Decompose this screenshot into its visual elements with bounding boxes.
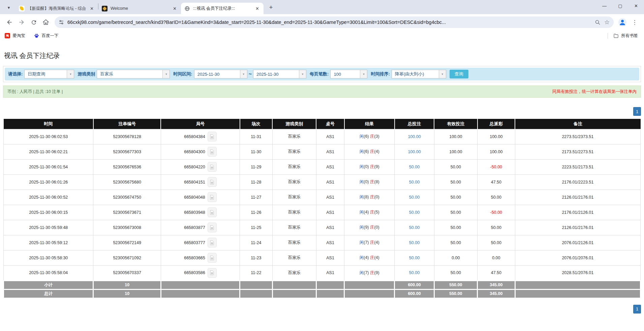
taobao-icon: 淘 [5, 33, 10, 38]
page-1-button[interactable]: 1 [633, 305, 641, 313]
bookmark-star-icon[interactable]: ☆ [602, 18, 612, 27]
banker-result: 庄 [370, 225, 374, 230]
payout: 50.00 [478, 220, 515, 235]
video-replay-button[interactable] [208, 192, 217, 202]
total-bet-link[interactable]: 100.00 [408, 134, 421, 139]
browser-menu-icon[interactable]: ⋮ [629, 17, 640, 28]
column-header: 总投注 [395, 119, 434, 129]
balance-note: 2173.51/2273.51 [515, 144, 640, 159]
bet-table-body: 2025-11-30 06:02:53 523005678128 6658043… [4, 129, 641, 280]
session-number: 11-23 [240, 250, 272, 265]
home-icon[interactable] [40, 17, 51, 28]
summary-valid-bet: 550.00 [434, 289, 478, 298]
tab-close-icon[interactable]: ✕ [254, 6, 260, 11]
date-start-dropdown[interactable]: 2025-11-30 ▼ [194, 70, 247, 78]
total-bet-link[interactable]: 50.00 [409, 256, 420, 260]
video-replay-button[interactable] [208, 223, 217, 232]
total-bet-link[interactable]: 50.00 [409, 240, 420, 245]
video-replay-button[interactable] [208, 132, 217, 141]
round-number: 665803586 [184, 270, 205, 275]
search-button[interactable]: 查询 [450, 70, 468, 78]
total-bet-link[interactable]: 100.00 [408, 150, 421, 154]
chevron-down-icon[interactable]: ▼ [360, 70, 367, 78]
summary-empty-cell [515, 280, 640, 289]
column-header: 时间 [4, 119, 93, 129]
new-tab-button[interactable]: + [266, 3, 276, 12]
round-cell: 665803877 [161, 220, 240, 235]
url-text[interactable]: 66cxkj98.com/game/betrecord_search/kind3… [67, 20, 593, 25]
total-bet-link[interactable]: 50.00 [409, 210, 420, 215]
video-replay-button[interactable] [208, 147, 217, 157]
chevron-down-icon[interactable]: ▼ [240, 70, 247, 78]
all-bookmarks-button[interactable]: 所有书签 [613, 33, 638, 39]
column-header: 游戏类别 [272, 119, 316, 129]
bookmark-baidu[interactable]: 百度一下 [34, 33, 59, 39]
total-bet-link[interactable]: 50.00 [409, 270, 420, 275]
video-replay-button[interactable] [208, 207, 217, 217]
tab-close-icon[interactable]: ✕ [172, 6, 178, 11]
summary-count: 10 [93, 289, 161, 298]
per-page-dropdown[interactable]: 100 ▼ [330, 70, 367, 78]
forward-icon[interactable] [16, 17, 27, 28]
bet-number: 523005677303 [93, 144, 161, 159]
table-number: AS1 [316, 144, 344, 159]
page-content: 视讯 会员下注纪录 请选择: 日期查询 ▼ 游戏类别 百家乐 ▼ 时间区间: 2… [0, 51, 644, 313]
table-row: 2025-11-30 05:58:30 523005671092 6658036… [4, 250, 641, 265]
table-row: 2025-11-30 05:58:04 523005670337 6658035… [4, 265, 641, 280]
url-bar[interactable]: 66cxkj98.com/game/betrecord_search/kind3… [55, 16, 614, 28]
video-replay-button[interactable] [208, 162, 217, 172]
bookmark-aitaobao[interactable]: 淘 爱淘宝 [5, 33, 25, 39]
video-replay-button[interactable] [208, 177, 217, 187]
site-settings-icon[interactable] [59, 20, 64, 25]
chevron-down-icon[interactable]: ▼ [162, 70, 170, 78]
date-end-dropdown[interactable]: 2025-11-30 ▼ [253, 70, 306, 78]
chevron-down-icon[interactable]: ▼ [439, 70, 446, 78]
column-header: 桌号 [316, 119, 344, 129]
session-number: 11-22 [240, 265, 272, 280]
payout: 50.00 [478, 235, 515, 250]
bet-time: 2025-11-30 06:00:52 [4, 190, 93, 205]
reload-icon[interactable] [28, 17, 39, 28]
bookmarks-bar: 淘 爱淘宝 百度一下 所有书签 [0, 30, 644, 41]
video-replay-button[interactable] [208, 238, 217, 247]
game-type-dropdown[interactable]: 百家乐 ▼ [97, 70, 170, 78]
tab-close-icon[interactable]: ✕ [89, 6, 95, 11]
tab2-favicon [102, 6, 108, 11]
video-replay-button[interactable] [208, 253, 217, 263]
valid-bet: 50.00 [434, 235, 478, 250]
total-bet-link[interactable]: 50.00 [409, 165, 420, 169]
pagination-top: 1 [3, 107, 641, 116]
page-1-button[interactable]: 1 [633, 107, 641, 116]
round-number: 665804048 [184, 195, 205, 200]
maximize-button[interactable]: ▢ [612, 0, 628, 11]
zoom-page-icon[interactable] [593, 18, 602, 27]
valid-bet: 50.00 [434, 174, 478, 190]
bookmark-label: 爱淘宝 [12, 33, 25, 39]
total-bet-link[interactable]: 50.00 [409, 195, 420, 200]
chevron-down-icon[interactable]: ▼ [67, 70, 74, 78]
browser-tab-2[interactable]: Welcome ✕ [98, 3, 181, 14]
sort-dropdown[interactable]: 降幂(由大到小) ▼ [392, 70, 446, 78]
round-cell: 665803586 [161, 265, 240, 280]
chevron-down-icon[interactable]: ▼ [299, 70, 306, 78]
total-bet-link[interactable]: 50.00 [409, 225, 420, 230]
valid-bet: 50.00 [434, 205, 478, 220]
profile-avatar[interactable] [617, 17, 628, 28]
browser-tab-1[interactable]: 【新提醒】海燕策略论坛 - 综合 ✕ [16, 3, 98, 14]
result-cell: 闲(7) 庄(9) [344, 265, 395, 280]
summary-total-bet: 600.00 [395, 280, 434, 289]
summary-empty-cell [240, 289, 272, 298]
browser-tab-3-active[interactable]: :::视讯 会员下注纪录::: ✕ [181, 3, 264, 14]
query-type-dropdown[interactable]: 日期查询 ▼ [24, 70, 74, 78]
tab-search-chevron-icon[interactable]: ▾ [4, 3, 13, 12]
summary-label: 小计 [4, 280, 93, 289]
back-icon[interactable] [4, 17, 15, 28]
minimize-button[interactable]: — [596, 0, 612, 11]
close-window-button[interactable]: ✕ [628, 0, 644, 11]
video-replay-button[interactable] [208, 268, 217, 278]
summary-empty-cell [161, 280, 240, 289]
summary-row: 小计10600.00550.00345.00 [4, 280, 641, 289]
table-number: AS1 [316, 129, 344, 144]
summary-payout: 345.00 [478, 280, 515, 289]
total-bet-link[interactable]: 50.00 [409, 180, 420, 185]
